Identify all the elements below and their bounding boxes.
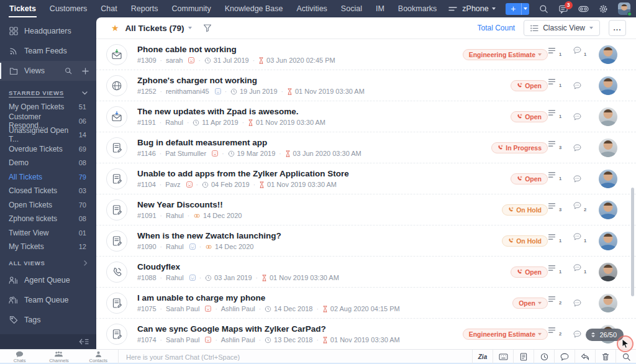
topnav-item-chat[interactable]: Chat bbox=[94, 0, 124, 17]
chat-icon[interactable] bbox=[554, 350, 575, 364]
topnav-item-tickets[interactable]: Tickets bbox=[2, 0, 43, 17]
comment-count[interactable] bbox=[573, 175, 597, 183]
comment-count[interactable] bbox=[573, 81, 597, 90]
more-options-button[interactable]: ... bbox=[609, 20, 626, 36]
status-badge[interactable]: Open bbox=[512, 298, 548, 309]
view-title-dropdown[interactable]: All Tickets (79) bbox=[125, 24, 192, 33]
sidebar-item-headquarters[interactable]: Headquarters bbox=[0, 21, 96, 41]
starred-views-header[interactable]: STARRED VIEWS bbox=[9, 89, 88, 96]
status-badge[interactable]: Engineering Estimate bbox=[463, 49, 548, 60]
status-badge[interactable]: On Hold bbox=[502, 235, 548, 247]
nav-more-icon[interactable] bbox=[443, 0, 462, 17]
sidebar-view-item[interactable]: Zphone tickets 08 bbox=[0, 212, 96, 226]
ticket-row[interactable]: The new updates with Zpad is awesome. #1… bbox=[96, 101, 636, 132]
sidebar-view-item[interactable]: Overdue Tickets 69 bbox=[0, 142, 96, 157]
thread-count[interactable]: 1 bbox=[548, 171, 573, 186]
sidebar-view-item[interactable]: Unassigned Open T... 14 bbox=[0, 128, 96, 142]
department-selector[interactable]: zPhone bbox=[462, 4, 495, 13]
sidebar-item-team-queue[interactable]: Team Queue bbox=[0, 290, 96, 310]
sidebar-item-team-feeds[interactable]: Team Feeds bbox=[0, 41, 96, 61]
reply-icon[interactable] bbox=[575, 350, 595, 364]
notifications-icon[interactable]: 3 bbox=[558, 4, 568, 14]
comment-count[interactable]: 1 bbox=[573, 263, 597, 280]
plus-icon[interactable]: + bbox=[506, 3, 521, 15]
bottom-tab-contacts[interactable]: Contacts bbox=[79, 350, 118, 364]
smart-chat-field[interactable] bbox=[118, 350, 472, 364]
trash-icon[interactable] bbox=[595, 350, 616, 364]
ticket-row[interactable]: New Year Discounts!! #1091 · Rahul · · 1… bbox=[96, 194, 636, 225]
add-view-icon[interactable] bbox=[82, 68, 89, 75]
filter-icon[interactable] bbox=[203, 24, 212, 32]
sidebar-item-tags[interactable]: Tags bbox=[0, 310, 96, 330]
status-badge[interactable]: Open bbox=[511, 173, 548, 184]
ticket-row[interactable]: Cloudyflex #1088 · Rahul · · 03 Jan 2019… bbox=[96, 257, 636, 288]
topnav-item-social[interactable]: Social bbox=[334, 0, 369, 17]
sidebar-view-item[interactable]: Demo 08 bbox=[0, 156, 96, 170]
sidebar-view-item[interactable]: Open Tickets 70 bbox=[0, 198, 96, 212]
keyboard-icon[interactable] bbox=[493, 350, 513, 364]
thread-count[interactable]: 2 bbox=[548, 296, 573, 311]
ticket-row[interactable]: When is the new Zwatch launching? #1090 … bbox=[96, 225, 636, 257]
sidebar-item-views[interactable]: Views bbox=[0, 61, 96, 81]
user-avatar[interactable] bbox=[618, 2, 630, 15]
ticket-form-icon[interactable] bbox=[513, 350, 534, 364]
thread-count[interactable]: 1 bbox=[548, 47, 573, 62]
thread-count[interactable]: 1 bbox=[548, 78, 573, 93]
thread-count[interactable]: 1 bbox=[548, 234, 573, 248]
comment-count[interactable]: 1 bbox=[573, 232, 597, 249]
pager-arrows-icon[interactable] bbox=[591, 332, 595, 337]
topnav-item-im[interactable]: IM bbox=[369, 0, 391, 17]
sidebar-view-item[interactable]: Closed Tickets 03 bbox=[0, 184, 96, 198]
status-badge[interactable]: In Progress bbox=[491, 142, 548, 153]
bottom-tab-chats[interactable]: Chats bbox=[0, 350, 39, 364]
history-icon[interactable] bbox=[534, 350, 554, 364]
topnav-item-bookmarks[interactable]: Bookmarks bbox=[391, 0, 444, 17]
sidebar-view-item[interactable]: Twitter View 01 bbox=[0, 226, 96, 240]
ticket-row[interactable]: I am unable to charge my phone #1075 · S… bbox=[96, 288, 636, 319]
tag-icon bbox=[9, 316, 18, 324]
sidebar-item-agent-queue[interactable]: Agent Queue bbox=[0, 270, 96, 290]
thread-count[interactable]: 1 bbox=[548, 109, 573, 124]
comment-count[interactable]: 2 bbox=[573, 201, 597, 218]
collapse-sidebar-icon[interactable] bbox=[79, 338, 89, 345]
total-count-link[interactable]: Total Count bbox=[477, 24, 515, 32]
topnav-item-reports[interactable]: Reports bbox=[124, 0, 165, 17]
search-icon[interactable] bbox=[539, 4, 548, 14]
sidebar-view-item[interactable]: My Tickets 12 bbox=[0, 240, 96, 254]
thread-count[interactable]: 3 bbox=[548, 140, 573, 155]
views-search-icon[interactable] bbox=[65, 67, 72, 75]
topnav-item-community[interactable]: Community bbox=[165, 0, 217, 17]
status-badge[interactable]: Open bbox=[511, 80, 548, 91]
add-ticket-button[interactable]: + bbox=[506, 3, 529, 15]
status-badge[interactable]: Engineering Estimate bbox=[463, 329, 548, 340]
topnav-item-customers[interactable]: Customers bbox=[43, 0, 94, 17]
comment-count[interactable] bbox=[573, 143, 597, 152]
star-icon[interactable]: ★ bbox=[111, 23, 119, 33]
smart-chat-input[interactable] bbox=[125, 353, 472, 362]
settings-gear-icon[interactable] bbox=[599, 4, 608, 14]
zia-icon[interactable]: Zia bbox=[472, 350, 493, 364]
view-mode-button[interactable]: Classic View bbox=[524, 20, 600, 36]
thread-count[interactable]: 3 bbox=[548, 202, 573, 217]
status-badge[interactable]: Open bbox=[511, 266, 548, 278]
games-icon[interactable] bbox=[578, 4, 589, 14]
status-badge[interactable]: On Hold bbox=[502, 204, 548, 216]
comment-count[interactable]: 1 bbox=[573, 46, 597, 63]
ticket-row[interactable]: Unable to add apps from the Zylker Appli… bbox=[96, 163, 636, 194]
status-badge[interactable]: Open bbox=[511, 111, 548, 122]
thread-count[interactable]: 1 bbox=[548, 265, 573, 280]
sidebar-view-item[interactable]: All Tickets 79 bbox=[0, 170, 96, 184]
ticket-row[interactable]: Bug in default measurement app #1146 · P… bbox=[96, 132, 636, 163]
topnav-item-knowledge-base[interactable]: Knowledge Base bbox=[218, 0, 290, 17]
thread-count[interactable]: 2 bbox=[548, 327, 573, 342]
add-dropdown-caret[interactable] bbox=[521, 3, 529, 15]
comment-count[interactable] bbox=[573, 299, 597, 307]
comment-count[interactable] bbox=[573, 112, 597, 121]
all-views-link[interactable]: ALL VIEWS bbox=[9, 260, 88, 266]
ticket-row[interactable]: Zphone's charger not working #1252 · ren… bbox=[96, 70, 636, 101]
ticket-row[interactable]: Can we sync Google Maps with Zylker CarP… bbox=[96, 319, 636, 349]
ticket-row[interactable]: Phone cable not working #1309 · sarah · … bbox=[96, 39, 636, 70]
topnav-item-activities[interactable]: Activities bbox=[290, 0, 334, 17]
vertical-scrollbar[interactable] bbox=[631, 188, 634, 296]
bottom-tab-channels[interactable]: Channels bbox=[39, 350, 78, 364]
